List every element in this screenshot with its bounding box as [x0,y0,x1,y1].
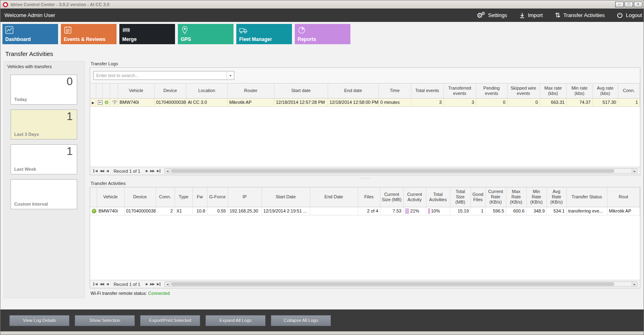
acol-transfer-status[interactable]: Transfer Status [566,187,607,207]
col-total-events[interactable]: Total events [411,84,443,98]
settings-button[interactable]: ⚙⚙ Settings [477,11,507,19]
act-cell-total-activities[interactable]: 10% [426,207,450,215]
card-last-week[interactable]: 1 Last Week [11,144,77,174]
acol-good-files[interactable]: Good Files [471,187,485,207]
pager-first-button[interactable]: ◀ [93,169,98,173]
acol-router[interactable]: Rout [607,187,640,207]
acol-end-date[interactable]: End Date [310,187,358,207]
log-cell-start-date[interactable]: 12/18/2014 12:57:28 PM [274,98,328,106]
acol-total-activities[interactable]: Total Activities [426,187,450,207]
act-cell-vehicle[interactable]: BMW740i [97,207,124,215]
export-print-selected-button[interactable]: Export/Print Selected [140,315,200,326]
pager-prev-page-button[interactable]: ◀◀ [98,169,105,173]
col-time[interactable]: Time [378,84,411,98]
tile-dashboard[interactable]: Dashboard [2,24,58,44]
col-vehicle[interactable]: Vehicle [118,84,154,98]
hscroll-track[interactable] [170,281,632,287]
log-cell-max-rate[interactable]: 663.31 [540,98,566,106]
acol-device[interactable]: Device [124,187,156,207]
col-location[interactable]: Location [186,84,227,98]
log-cell-device[interactable]: 017040000038 [154,98,186,106]
hscroll-thumb[interactable] [171,169,614,173]
pager-last-button[interactable]: ▶ [156,282,160,286]
acol-avg-rate[interactable]: Avg Rate (KB/s) [547,187,566,207]
hscroll-left-button[interactable]: ◀ [164,281,170,287]
show-selection-button[interactable]: Show Selection [75,315,135,326]
hscroll-right-button[interactable]: ▶ [632,168,638,174]
acol-type[interactable]: Type [175,187,192,207]
pager-next-button[interactable]: ▶ [145,282,149,286]
hscroll-right-button[interactable]: ▶ [632,281,638,287]
acol-current-rate[interactable]: Current Rate (KB/s) [485,187,506,207]
col-max-rate[interactable]: Max rate (kbs) [540,84,566,98]
log-cell-transferred-events[interactable]: 3 [443,98,476,106]
acol-total-size[interactable]: Total Size (MB) [450,187,471,207]
col-router[interactable]: Router [227,84,274,98]
acol-current-size[interactable]: Current Size (MB) [380,187,403,207]
log-cell-total-events[interactable]: 3 [411,98,443,106]
act-cell-total-size[interactable]: 15.19 [450,207,471,215]
col-transferred-events[interactable]: Transferred events [443,84,476,98]
panel-splitter[interactable]: ······· [90,175,640,181]
act-cell-good-files[interactable]: 1 [471,207,485,215]
collapse-all-logs-button[interactable]: Collapse All Logs [271,315,331,326]
log-cell-location[interactable]: Al CC 3.0 [186,98,227,106]
log-cell-conn[interactable]: 1 [618,98,640,106]
log-cell-time[interactable]: 0 minutes [378,98,411,106]
hscroll-track[interactable] [170,168,632,174]
transfer-activities-button[interactable]: ⇅ Transfer Activities [555,12,605,19]
pager-next-page-button[interactable]: ▶▶ [149,282,156,286]
act-cell-min-rate[interactable]: 348.9 [526,207,547,215]
tile-gps[interactable]: GPS [178,24,233,44]
log-cell-skipped-wire-events[interactable]: 0 [507,98,540,106]
logout-button[interactable]: Logout [617,12,642,18]
log-row[interactable]: ▶ + ⚙ BMW740i 017040000038 Al CC 3.0 Mik… [90,98,640,106]
acol-gforce[interactable]: G-Force [207,187,228,207]
hscroll-thumb[interactable] [171,282,614,286]
acol-current-activity[interactable]: Current Activity [403,187,426,207]
pager-next-button[interactable]: ▶ [145,169,149,173]
log-cell-end-date[interactable]: 12/18/2014 12:58:00 PM [328,98,378,106]
act-cell-conn[interactable]: 2 [156,207,175,215]
col-min-rate[interactable]: Min rate (kbs) [566,84,592,98]
col-start-date[interactable]: Start date [274,84,328,98]
col-conn[interactable]: Conn. [618,84,640,98]
hscroll-left-button[interactable]: ◀ [164,168,170,174]
card-last-3-days[interactable]: 1 Last 3 Days [11,110,77,140]
pager-last-button[interactable]: ▶ [156,169,160,173]
acol-ip[interactable]: IP [228,187,261,207]
tile-events-reviews[interactable]: Events & Reviews [61,24,117,44]
import-button[interactable]: Import [519,12,543,18]
log-cell-pending-events[interactable]: 0 [476,98,507,106]
maximize-button[interactable]: □ [625,2,633,7]
acol-min-rate[interactable]: Min Rate (KB/s) [526,187,547,207]
act-cell-files[interactable]: 2 of 4 [358,207,380,215]
expand-all-logs-button[interactable]: Expand All Logs [205,315,266,326]
tile-reports[interactable]: Reports [295,24,350,44]
acol-conn[interactable]: Conn. [156,187,175,207]
acol-start-date[interactable]: Start Date [261,187,310,207]
col-end-date[interactable]: End date [328,84,378,98]
search-input[interactable] [94,71,227,79]
acol-files[interactable]: Files [358,187,380,207]
act-cell-current-activity[interactable]: 21% [403,207,426,215]
view-log-details-button[interactable]: View Log Details [9,315,69,326]
act-cell-device[interactable]: 017040000038 [124,207,156,215]
minimize-button[interactable]: – [615,2,624,7]
pager-next-page-button[interactable]: ▶▶ [149,169,156,173]
pager-prev-button[interactable]: ◀ [105,169,109,173]
act-cell-start-date[interactable]: 12/19/2014 2:19:51 ... [261,207,310,215]
pager-prev-button[interactable]: ◀ [105,282,109,286]
col-pending-events[interactable]: Pending events [476,84,507,98]
act-cell-transfer-status[interactable]: transferring eve... [566,207,607,215]
card-custom-interval[interactable]: Custom Interval [11,179,77,209]
col-device[interactable]: Device [154,84,186,98]
tile-merge[interactable]: Merge [119,24,175,44]
act-cell-ip[interactable]: 192.168.25.30 [228,207,261,215]
act-cell-current-size[interactable]: 7.53 [380,207,403,215]
act-cell-fw[interactable]: 10.8 [192,207,207,215]
activity-row[interactable]: BMW740i 017040000038 2 X1 10.8 0.55 192.… [90,207,640,215]
card-today[interactable]: 0 Today [11,75,77,105]
log-cell-avg-rate[interactable]: 517.30 [592,98,618,106]
acol-fw[interactable]: Fw [192,187,207,207]
